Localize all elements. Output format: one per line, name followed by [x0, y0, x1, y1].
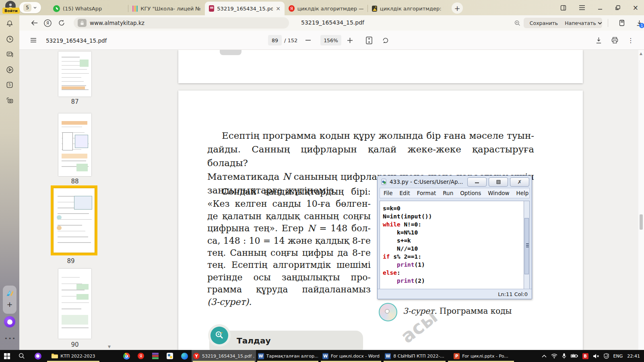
- language-indicator[interactable]: ENG: [613, 354, 623, 359]
- pdf-download-icon[interactable]: [594, 36, 603, 45]
- chevron-down-icon: [33, 6, 37, 10]
- tray-expand-icon[interactable]: [542, 354, 547, 358]
- page-number-input[interactable]: 89: [268, 35, 282, 45]
- tab-5[interactable]: циклдік алгоритмдер: 1 ть: [368, 2, 448, 15]
- viewer-scrollbar[interactable]: ▲: [638, 50, 644, 350]
- back-icon[interactable]: [29, 18, 39, 28]
- pdf-more-icon[interactable]: ⋮: [626, 36, 635, 45]
- ai-add-button[interactable]: +: [3, 300, 17, 309]
- viewer-scroll-thumb[interactable]: [640, 214, 643, 230]
- taskbar-task-9[interactable]: Y53219_165434_15.pdf ...: [192, 350, 256, 362]
- fit-page-icon[interactable]: [365, 36, 374, 45]
- yandex-protect-icon[interactable]: Я: [43, 18, 52, 28]
- thumb-text-line: [62, 73, 89, 74]
- thumb-scroll-down-icon[interactable]: ▼: [108, 345, 111, 349]
- thumb-text-line: [58, 225, 82, 226]
- code-segment: :: [397, 269, 400, 276]
- antivirus-tray-icon[interactable]: B: [582, 353, 588, 359]
- pdf-menu-icon[interactable]: [29, 36, 38, 45]
- clock[interactable]: 22:41: [627, 354, 640, 359]
- thumbnail-page-87[interactable]: [58, 51, 91, 97]
- thumb-text-line: [62, 57, 80, 58]
- url-field[interactable]: www.almatykitap.kz: [74, 17, 289, 29]
- thumbnail-page-90[interactable]: [58, 269, 91, 339]
- tab-counter[interactable]: 5: [19, 2, 41, 13]
- taskbar-task-3[interactable]: КТП 2022-2023: [46, 350, 101, 362]
- yandex-icon: Я: [289, 5, 295, 12]
- svg-text:5: 5: [8, 83, 10, 87]
- zoom-level[interactable]: 156%: [320, 35, 341, 45]
- section-title: Талдау: [237, 336, 270, 346]
- text-line: цифрына тең». Егер N = 148 бол-: [207, 222, 371, 234]
- refresh-icon[interactable]: [57, 18, 66, 28]
- taskbar-task-13[interactable]: PFor циклі.pptx - Po...: [447, 350, 515, 362]
- security-shield-icon[interactable]: [604, 353, 609, 359]
- code-segment: N!=0:: [400, 221, 421, 228]
- collections-icon[interactable]: [617, 18, 627, 28]
- save-button[interactable]: Сохранить: [524, 18, 564, 28]
- microphone-icon[interactable]: [562, 353, 566, 359]
- browser-menu-icon[interactable]: [579, 5, 585, 10]
- scroll-up-icon[interactable]: ▲: [640, 51, 642, 56]
- tab-3[interactable]: 53219_165434_15.pdf×: [205, 2, 285, 15]
- toolbar-divider: [608, 19, 608, 27]
- screenshot-icon[interactable]: [5, 95, 14, 105]
- close-window-button[interactable]: ×: [633, 4, 638, 12]
- wifi-icon[interactable]: [551, 354, 557, 358]
- zoom-in-icon[interactable]: [345, 36, 354, 45]
- ai-logo-icon[interactable]: [5, 289, 14, 298]
- taskbar-app-edge[interactable]: [177, 350, 192, 362]
- login-badge[interactable]: Войти: [2, 8, 20, 14]
- task-label: For циклі.pptx - Po...: [462, 354, 508, 359]
- history-icon[interactable]: [5, 34, 14, 44]
- notes-icon[interactable]: [5, 49, 14, 59]
- downloads-icon[interactable]: 1: [634, 18, 644, 28]
- minimize-button[interactable]: [597, 5, 603, 10]
- sidebar-more-icon[interactable]: •••: [4, 335, 16, 341]
- text-line: ретінде осы заңдылықты про-: [207, 272, 371, 284]
- start-button[interactable]: [0, 350, 14, 362]
- taskbar-app-yandex[interactable]: Я: [134, 350, 148, 362]
- new-tab-button[interactable]: +: [452, 2, 463, 14]
- side-panel-icon[interactable]: [560, 4, 567, 11]
- screen: Войти 5 (15) WhatsAppКГУ "Школа- лицей №…: [0, 0, 644, 362]
- taskbar-task-11[interactable]: WFor циклі.docx - Word: [320, 350, 382, 362]
- edge-icon: [181, 353, 188, 360]
- alice-assistant-button[interactable]: [4, 316, 15, 327]
- rotate-icon[interactable]: [381, 36, 390, 45]
- tab-2[interactable]: КГУ "Школа- лицей №2 и: [128, 2, 205, 15]
- taskbar-app-python[interactable]: [163, 350, 177, 362]
- video-icon[interactable]: [5, 65, 14, 74]
- thumb-badge: [57, 226, 62, 230]
- zoom-out-icon[interactable]: [303, 36, 312, 45]
- thumbnail-page-89[interactable]: [54, 188, 95, 253]
- tabs-count-icon[interactable]: 5: [5, 80, 14, 90]
- thumb-flowchart: [62, 132, 73, 151]
- alice-blob-icon: [7, 319, 12, 325]
- taskbar-task-12[interactable]: W8 СЫНЫП КТП 2022-...: [382, 350, 447, 362]
- windows-taskbar: КТП 2022-2023ЯY53219_165434_15.pdf ...WТ…: [0, 350, 644, 362]
- text-line: са, 148 : 10 = 14 және қалдық 8-ге: [207, 235, 371, 247]
- maximize-button[interactable]: [615, 5, 621, 10]
- close-tab-icon[interactable]: ×: [276, 5, 281, 12]
- code-line: s=k=0: [383, 204, 529, 212]
- battery-icon[interactable]: [571, 354, 578, 358]
- tab-4[interactable]: Яциклдік алгоритмдер — Я: [285, 2, 367, 15]
- tab-1[interactable]: (15) WhatsApp: [49, 2, 128, 15]
- paragraph-2: Сондай заңдылықтардың бірі:«Кез келген с…: [207, 186, 371, 308]
- taskbar-task-10[interactable]: WТармақталған алгор...: [256, 350, 320, 362]
- taskbar-alice-button[interactable]: [30, 350, 46, 362]
- search-in-page-icon[interactable]: [512, 18, 522, 28]
- thumbnail-page-88[interactable]: [58, 113, 91, 176]
- taskbar-app-winrar[interactable]: [148, 350, 163, 362]
- browser-side-panel: 5+•••: [0, 15, 19, 350]
- taskbar-app-chrome[interactable]: [119, 350, 134, 362]
- pdf-print-icon[interactable]: [610, 36, 619, 45]
- taskbar-search-button[interactable]: [14, 350, 30, 362]
- bell-icon[interactable]: [5, 19, 14, 29]
- chevron-down-icon[interactable]: [595, 18, 605, 28]
- tab-label: циклдік алгоритмдер: 1 ть: [380, 6, 444, 12]
- window-controls: ×: [560, 0, 644, 15]
- figure-caption-text: Программа коды: [437, 306, 512, 316]
- volume-muted-icon[interactable]: [593, 354, 599, 359]
